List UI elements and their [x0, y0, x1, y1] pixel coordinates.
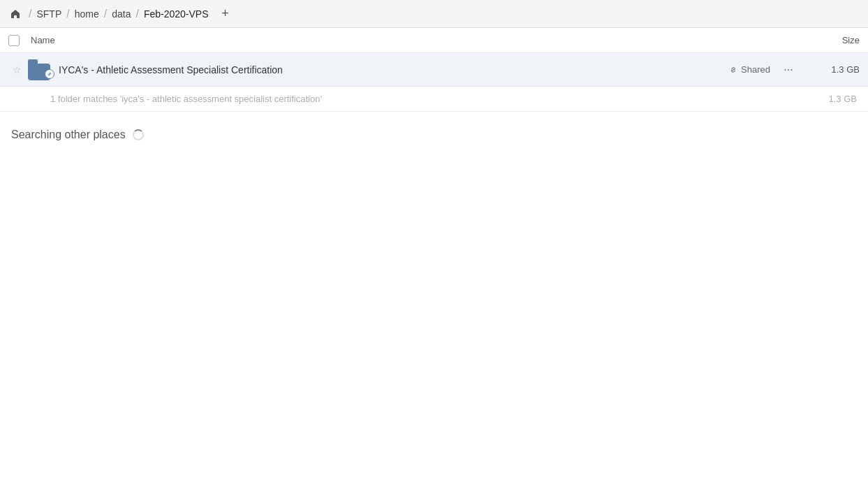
- searching-section: Searching other places: [0, 112, 868, 152]
- match-size: 1.3 GB: [801, 94, 857, 104]
- shared-badge: Shared: [728, 64, 770, 75]
- folder-icon: [28, 59, 53, 80]
- select-all-checkbox-col: [8, 35, 31, 46]
- column-headers: Name Size: [0, 28, 868, 53]
- separator-3: /: [135, 8, 138, 20]
- separator-2: /: [104, 8, 107, 20]
- link-icon: [728, 65, 738, 75]
- shared-label: Shared: [741, 64, 770, 75]
- file-size: 1.3 GB: [804, 64, 860, 75]
- breadcrumb-home[interactable]: home: [71, 7, 103, 21]
- size-column-header: Size: [804, 35, 860, 45]
- star-icon[interactable]: ☆: [8, 64, 25, 75]
- add-tab-button[interactable]: +: [215, 4, 235, 24]
- match-text: 1 folder matches 'iyca's - athletic asse…: [50, 94, 801, 104]
- loading-spinner: [133, 129, 144, 140]
- separator-1: /: [66, 8, 69, 20]
- file-row[interactable]: ☆ IYCA's - Athletic Assessment Specialis…: [0, 53, 868, 87]
- select-all-checkbox[interactable]: [8, 35, 20, 46]
- breadcrumb-feb2020vps[interactable]: Feb-2020-VPS: [140, 7, 213, 21]
- searching-title: Searching other places: [11, 129, 126, 141]
- match-info-row: 1 folder matches 'iyca's - athletic asse…: [0, 87, 868, 112]
- name-column-header: Name: [31, 35, 804, 45]
- link-overlay-icon: [45, 69, 54, 79]
- breadcrumb-bar: / SFTP / home / data / Feb-2020-VPS +: [0, 0, 868, 28]
- file-name: IYCA's - Athletic Assessment Specialist …: [59, 64, 728, 75]
- breadcrumb-data[interactable]: data: [108, 7, 135, 21]
- separator-0: /: [29, 8, 31, 20]
- breadcrumb-sftp[interactable]: SFTP: [32, 7, 66, 21]
- more-options-button[interactable]: ···: [779, 60, 798, 80]
- home-button[interactable]: [6, 4, 25, 24]
